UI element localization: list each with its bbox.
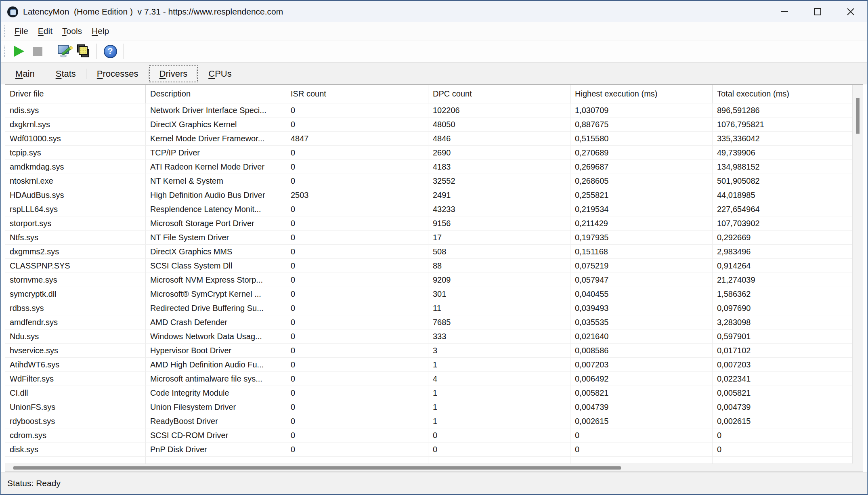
stop-monitor-button[interactable] — [28, 42, 47, 61]
table-cell: 9209 — [428, 273, 570, 287]
menu-file[interactable]: File — [10, 25, 33, 38]
table-cell: 333 — [428, 329, 570, 344]
toolbar-separator — [96, 44, 97, 59]
table-cell: 3,283098 — [713, 315, 852, 329]
table-cell: 102206 — [428, 103, 570, 117]
table-cell: 9156 — [428, 216, 570, 231]
table-cell: 88 — [428, 259, 570, 273]
table-cell: 0,040455 — [570, 287, 713, 301]
table-cell: stornvme.sys — [5, 273, 146, 287]
table-cell: NT Kernel & System — [146, 174, 286, 188]
table-cell: ndis.sys — [5, 103, 146, 117]
table-cell: 2503 — [286, 188, 428, 202]
table-cell: 0 — [286, 414, 428, 428]
empty-cell — [5, 457, 146, 464]
title-bar: LatencyMon (Home Edition ) v 7.31 - http… — [1, 1, 867, 22]
table-cell: Resplendence Latency Monit... — [146, 202, 286, 216]
table-cell: 2690 — [428, 146, 570, 160]
table-cell: 43233 — [428, 202, 570, 216]
table-cell: 2491 — [428, 188, 570, 202]
table-cell: 0 — [286, 329, 428, 344]
table-cell: AMD Crash Defender — [146, 315, 286, 329]
maximize-button[interactable] — [801, 1, 834, 22]
tab-drivers[interactable]: Drivers — [149, 65, 198, 82]
vertical-scrollbar[interactable] — [852, 85, 863, 464]
table-cell: 0,002615 — [713, 414, 852, 428]
table-cell: 0 — [286, 287, 428, 301]
table-cell: 0,075219 — [570, 259, 713, 273]
table-cell: disk.sys — [5, 443, 146, 457]
table-cell: 0,292669 — [713, 231, 852, 245]
table-cell: 4 — [428, 372, 570, 386]
status-text: Status: Ready — [7, 478, 61, 488]
table-cell: Code Integrity Module — [146, 386, 286, 400]
table-cell: 0 — [570, 428, 713, 443]
table-cell: 335,336042 — [713, 132, 852, 146]
tab-main-label: Main — [15, 69, 35, 79]
table-cell: ATI Radeon Kernel Mode Driver — [146, 160, 286, 174]
toolbar-gripper[interactable] — [4, 46, 6, 57]
menu-help[interactable]: Help — [87, 25, 114, 38]
table-cell: 0,270689 — [570, 146, 713, 160]
column-header[interactable]: Total execution (ms) — [713, 85, 852, 103]
column-header[interactable]: Driver file — [5, 85, 146, 103]
table-cell: 0,211429 — [570, 216, 713, 231]
windows-button[interactable] — [74, 42, 92, 61]
table-cell: Wdf01000.sys — [5, 132, 146, 146]
tab-strip: Main Stats Processes Drivers CPUs — [1, 63, 867, 84]
menu-tools[interactable]: Tools — [57, 25, 87, 38]
table-cell: TCP/IP Driver — [146, 146, 286, 160]
start-monitor-button[interactable] — [10, 42, 28, 61]
table-cell: rspLLL64.sys — [5, 202, 146, 216]
table-cell: amdkmdag.sys — [5, 160, 146, 174]
tab-main[interactable]: Main — [5, 65, 45, 82]
minimize-button[interactable] — [768, 1, 801, 22]
app-icon — [7, 6, 18, 17]
tab-cpus[interactable]: CPUs — [198, 65, 242, 82]
toolbar-separator — [51, 44, 51, 59]
vertical-scrollbar-thumb[interactable] — [856, 98, 860, 134]
table-cell: rdbss.sys — [5, 301, 146, 315]
tab-stats[interactable]: Stats — [45, 65, 86, 82]
column-header[interactable]: Highest execution (ms) — [570, 85, 713, 103]
table-cell: 0,005821 — [713, 386, 852, 400]
table-cell: 501,905082 — [713, 174, 852, 188]
table-cell: 0 — [286, 160, 428, 174]
table-cell: Microsoft antimalware file sys... — [146, 372, 286, 386]
table-cell: 0,268605 — [570, 174, 713, 188]
table-cell: 0,255821 — [570, 188, 713, 202]
table-cell: 896,591286 — [713, 103, 852, 117]
table-cell: 32552 — [428, 174, 570, 188]
table-cell: 49,739906 — [713, 146, 852, 160]
column-header[interactable]: ISR count — [286, 85, 428, 103]
monitor-pencil-icon — [57, 44, 72, 59]
table-cell: 0 — [286, 259, 428, 273]
table-cell: 0 — [286, 245, 428, 259]
rebar-gripper[interactable] — [4, 25, 6, 37]
table-cell: 11 — [428, 301, 570, 315]
empty-cell — [570, 457, 713, 464]
maximize-icon — [813, 7, 822, 16]
table-cell: Microsoft® SymCrypt Kernel ... — [146, 287, 286, 301]
table-cell: SCSI Class System Dll — [146, 259, 286, 273]
horizontal-scrollbar[interactable] — [5, 464, 852, 472]
table-cell: 0 — [286, 231, 428, 245]
table-cell: AMD High Definition Audio Fu... — [146, 358, 286, 372]
close-button[interactable] — [834, 1, 867, 22]
table-cell: 0,022341 — [713, 372, 852, 386]
window-controls — [768, 1, 867, 22]
column-header[interactable]: DPC count — [428, 85, 570, 103]
horizontal-scrollbar-thumb[interactable] — [13, 466, 621, 470]
column-header[interactable]: Description — [146, 85, 286, 103]
table-cell: Windows Network Data Usag... — [146, 329, 286, 344]
table-cell: 1 — [428, 414, 570, 428]
help-button[interactable]: ? — [101, 42, 120, 61]
tab-processes[interactable]: Processes — [86, 65, 149, 82]
minimize-icon — [780, 7, 789, 16]
table-cell: DirectX Graphics Kernel — [146, 117, 286, 132]
table-body: ndis.sysNetwork Driver Interface Speci..… — [5, 103, 852, 464]
menu-edit[interactable]: Edit — [33, 25, 57, 38]
menu-tools-label: Tools — [62, 26, 82, 36]
table-cell: 3 — [428, 344, 570, 358]
options-button[interactable] — [55, 42, 74, 61]
